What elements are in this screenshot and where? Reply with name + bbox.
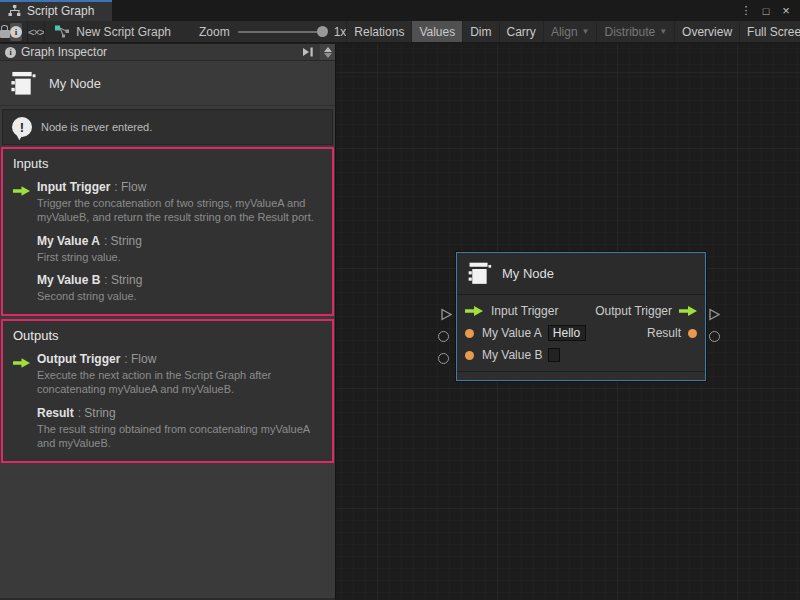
warning-text: Node is never entered. [41, 121, 152, 133]
port-name: My Value B [37, 273, 100, 287]
inputs-section: Inputs Input Trigger: Flow Trigger the c… [1, 147, 334, 316]
node-title: My Node [502, 266, 554, 281]
dock-right-icon [302, 47, 314, 57]
port-description: The result string obtained from concaten… [37, 422, 322, 451]
port-label-my-value-a: My Value A [482, 326, 542, 340]
port-label-output-trigger: Output Trigger [595, 304, 672, 318]
unit-node-icon [9, 69, 36, 98]
port-doc-input-trigger: Input Trigger: Flow Trigger the concaten… [13, 180, 322, 225]
port-type: : String [78, 406, 116, 420]
flow-arrow-icon[interactable] [465, 306, 483, 316]
inspector-toggle-button[interactable]: i [10, 23, 22, 41]
close-icon[interactable]: × [778, 3, 794, 19]
selected-node-summary: My Node [0, 61, 335, 106]
zoom-slider-knob[interactable] [317, 26, 328, 37]
zoom-slider[interactable] [238, 31, 326, 33]
align-dropdown[interactable]: Align▼ [543, 21, 597, 43]
node-body: Input Trigger Output Trigger My Value A … [457, 295, 705, 371]
toolbar: i <×> New Script Graph Zoom 1x Relatio [0, 21, 800, 43]
titlebar: Script Graph ⋮ □ × [0, 0, 800, 21]
port-label-result: Result [647, 326, 681, 340]
graph-breadcrumb[interactable]: New Script Graph [45, 25, 171, 39]
outputs-section: Outputs Output Trigger: Flow Execute the… [1, 319, 334, 463]
script-graph-window: Script Graph ⋮ □ × i <×> New Script Grap [0, 0, 800, 600]
selected-node-title: My Node [49, 76, 101, 91]
value-port-icon[interactable] [465, 351, 474, 360]
graph-canvas[interactable]: My Node Input Trigger Output Trigger [335, 44, 800, 600]
external-flow-input-indicator[interactable] [440, 307, 453, 325]
tab-label: Script Graph [27, 4, 94, 18]
zoom-value: 1x [334, 25, 347, 39]
node-row-value-a: My Value A Hello Result [457, 322, 705, 344]
scroll-up-icon[interactable] [324, 47, 332, 52]
scroll-down-icon[interactable] [324, 53, 332, 58]
port-label-my-value-b: My Value B [482, 348, 542, 362]
value-port-icon[interactable] [688, 329, 697, 338]
port-doc-output-trigger: Output Trigger: Flow Execute the next ac… [13, 352, 322, 397]
lock-button[interactable] [0, 26, 10, 38]
flow-arrow-icon [13, 352, 37, 397]
value-port-icon [13, 406, 37, 451]
port-type: : Flow [114, 180, 146, 194]
port-doc-my-value-b: My Value B: String Second string value. [13, 273, 322, 303]
toolbar-buttons: Relations Values Dim Carry Align▼ Distri… [346, 21, 800, 43]
zoom-control: Zoom 1x [199, 25, 346, 39]
distribute-dropdown[interactable]: Distribute▼ [596, 21, 674, 43]
script-graph-asset-icon [55, 25, 70, 38]
value-port-icon[interactable] [465, 329, 474, 338]
graph-name-label: New Script Graph [76, 25, 171, 39]
lock-icon [0, 30, 10, 38]
chevron-down-icon: ▼ [659, 27, 667, 36]
external-value-a-indicator[interactable] [438, 331, 449, 342]
graph-node-my-node[interactable]: My Node Input Trigger Output Trigger [456, 252, 706, 381]
dock-panel-button[interactable] [296, 44, 320, 60]
graph-inspector-panel: i Graph Inspector [0, 44, 335, 600]
overview-button[interactable]: Overview [674, 21, 739, 43]
warning-box: ! Node is never entered. [2, 109, 333, 145]
code-view-button[interactable]: <×> [28, 26, 44, 38]
info-icon: i [5, 47, 16, 58]
node-row-value-b: My Value B [457, 344, 705, 366]
dim-button[interactable]: Dim [462, 21, 498, 43]
port-type: : Flow [124, 352, 156, 366]
external-result-indicator[interactable] [709, 331, 720, 342]
port-name: Input Trigger [37, 180, 110, 194]
value-port-icon [13, 234, 37, 264]
graph-hierarchy-icon [8, 5, 21, 16]
tab-script-graph[interactable]: Script Graph [0, 0, 112, 21]
node-header[interactable]: My Node [457, 253, 705, 295]
relations-button[interactable]: Relations [346, 21, 411, 43]
zoom-label: Zoom [199, 25, 230, 39]
value-a-input-field[interactable]: Hello [548, 325, 586, 341]
chevron-down-icon: ▼ [582, 27, 590, 36]
values-button[interactable]: Values [411, 21, 462, 43]
port-name: Output Trigger [37, 352, 120, 366]
inspector-title: Graph Inspector [21, 45, 107, 59]
port-doc-my-value-a: My Value A: String First string value. [13, 234, 322, 264]
external-flow-output-indicator[interactable] [708, 307, 721, 325]
port-name: My Value A [37, 234, 100, 248]
port-description: Second string value. [37, 289, 142, 303]
window-controls: ⋮ □ × [738, 0, 800, 21]
value-b-input-field[interactable] [548, 348, 560, 362]
warning-bubble-icon: ! [12, 117, 32, 137]
port-type: : String [104, 273, 142, 287]
flow-arrow-icon[interactable] [679, 306, 697, 316]
flow-arrow-icon [13, 180, 37, 225]
carry-button[interactable]: Carry [499, 21, 543, 43]
value-port-icon [13, 273, 37, 303]
main-area: My Node Input Trigger Output Trigger [0, 44, 800, 600]
port-name: Result [37, 406, 74, 420]
maximize-icon[interactable]: □ [758, 3, 774, 19]
panel-scroll-buttons[interactable] [320, 44, 335, 60]
port-description: First string value. [37, 250, 142, 264]
port-description: Trigger the concatenation of two strings… [37, 196, 322, 225]
port-type: : String [104, 234, 142, 248]
outputs-heading: Outputs [13, 328, 322, 343]
fullscreen-button[interactable]: Full Screen [739, 21, 800, 43]
port-label-input-trigger: Input Trigger [491, 304, 558, 318]
kebab-menu-icon[interactable]: ⋮ [738, 3, 754, 19]
info-icon: i [10, 26, 22, 38]
external-value-b-indicator[interactable] [438, 353, 449, 364]
port-doc-result: Result: String The result string obtaine… [13, 406, 322, 451]
